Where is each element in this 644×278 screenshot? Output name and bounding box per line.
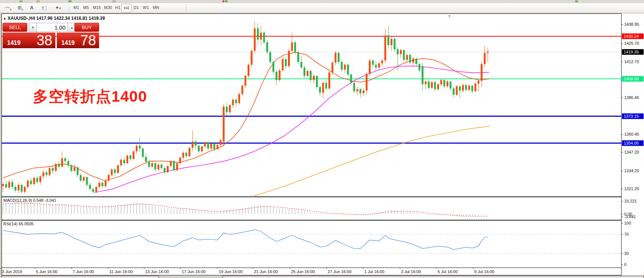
macd-chart[interactable] — [2, 197, 621, 219]
macd-histogram-bar — [177, 208, 178, 214]
rsi-chart[interactable] — [2, 221, 621, 267]
time-tick — [108, 268, 108, 269]
price-badge: 1354.00 — [622, 140, 644, 146]
text-box-icon[interactable]: ⬚T — [39, 4, 47, 12]
macd-histogram-bar — [142, 203, 143, 214]
candle-body — [167, 166, 169, 172]
macd-histogram-bar — [282, 209, 283, 214]
volume-decrease-button[interactable]: ▼ — [29, 23, 37, 32]
macd-histogram-bar — [285, 209, 286, 214]
macd-histogram-bar — [323, 214, 323, 214]
buy-price-big: 78 — [80, 33, 96, 48]
timeframe-W1[interactable]: W1 — [141, 4, 150, 12]
candle-body — [285, 59, 287, 66]
sell-quote-box[interactable]: 1419 38 — [3, 33, 55, 48]
macd-histogram-bar — [307, 211, 308, 214]
chart-annotation-text: 多空转折点1400 — [33, 86, 147, 107]
mid-ma-line — [95, 66, 489, 192]
macd-histogram-bar — [114, 206, 115, 214]
candle-body — [108, 175, 110, 180]
macd-histogram-bar — [254, 205, 255, 214]
toolbar-fragment-icon — [112, 0, 116, 2]
candle-body — [195, 142, 197, 146]
macd-histogram-bar — [34, 203, 34, 214]
fibonacci-grid-icon[interactable]: ⊞F — [16, 4, 25, 12]
macd-histogram-bar — [149, 205, 150, 214]
candle-body — [481, 64, 482, 81]
candle-body — [142, 148, 144, 157]
time-tick — [326, 268, 327, 269]
candle-body — [437, 84, 439, 89]
timeframe-M15[interactable]: M15 — [91, 4, 102, 12]
macd-histogram-bar — [267, 206, 268, 214]
time-label: 25 Jun 16:00 — [291, 269, 315, 274]
candle-body — [297, 52, 299, 62]
candle-body — [2, 184, 4, 186]
price-axis[interactable]: 1438.951430.241425.701419.391412.701400.… — [622, 13, 644, 275]
macd-label: MACD(12,26,9) 0.548 -3.041 — [3, 198, 56, 203]
timeframe-M1[interactable]: M1 — [72, 4, 81, 12]
toolbar-separator — [186, 4, 187, 12]
buy-button[interactable]: BUY — [74, 23, 99, 32]
candle-body — [484, 53, 486, 64]
macd-histogram-bar — [484, 214, 485, 214]
candle-body — [74, 167, 76, 171]
candle-body — [173, 161, 175, 170]
candle-body — [133, 151, 135, 159]
candle-body — [418, 64, 420, 70]
time-axis[interactable]: 3 Jun 20195 Jun 16:007 Jun 16:0011 Jun 1… — [2, 268, 621, 275]
candle-body — [98, 183, 100, 187]
macd-histogram-bar — [295, 209, 295, 214]
candle-body — [18, 185, 19, 191]
timeframe-M30[interactable]: M30 — [102, 4, 114, 12]
time-tick — [1, 268, 1, 269]
collapse-panel-icon[interactable]: ▲ — [3, 16, 6, 20]
candle-body — [126, 155, 128, 163]
sell-button[interactable]: SELL — [3, 23, 27, 32]
panel-divider[interactable] — [1, 196, 622, 197]
candle-body — [409, 55, 411, 63]
axis-tick — [622, 214, 623, 214]
one-click-trade-panel: SELL ▼ ▲ BUY 1419 38 1419 78 — [2, 22, 99, 48]
macd-histogram-bar — [289, 209, 289, 214]
trading-terminal: 〰E ⊞F A ⬚T ✦▾ M1M5M15M30H1H4D1W1MN 1438.… — [0, 0, 644, 278]
candle-body — [157, 164, 159, 169]
candle-body — [123, 160, 125, 163]
macd-histogram-bar — [211, 211, 212, 214]
chart-shift-icon[interactable]: ▾ — [448, 14, 450, 18]
text-label-icon[interactable]: A — [28, 4, 36, 12]
candle-body — [335, 53, 337, 62]
panel-divider[interactable] — [1, 220, 622, 220]
time-tick — [363, 268, 364, 269]
arrows-tool-icon[interactable]: ✦▾ — [52, 4, 64, 12]
candle-body — [15, 187, 16, 190]
minimized-window[interactable] — [1, 276, 159, 278]
candle-body — [8, 182, 10, 188]
timeframe-D1[interactable]: D1 — [132, 4, 141, 12]
volume-input[interactable] — [37, 23, 68, 32]
candle-body — [257, 28, 259, 40]
candle-body — [117, 165, 119, 173]
price-badge: 1373.15 — [622, 114, 644, 119]
elliott-wave-icon[interactable]: 〰E — [3, 4, 14, 12]
macd-histogram-bar — [202, 210, 202, 214]
macd-histogram-bar — [12, 203, 13, 214]
minimized-window[interactable] — [223, 276, 644, 278]
macd-histogram-bar — [223, 211, 224, 214]
candle-body — [188, 148, 190, 156]
candle-body — [67, 161, 69, 165]
candle-body — [164, 168, 166, 172]
buy-quote-box[interactable]: 1419 78 — [57, 33, 99, 48]
axis-tick-label: 100 — [624, 221, 631, 225]
macd-histogram-bar — [419, 213, 420, 214]
timeframe-M5[interactable]: M5 — [82, 4, 91, 12]
axis-tick-label: 19.221 — [624, 199, 637, 203]
timeframe-H1[interactable]: H1 — [114, 4, 122, 12]
timeframe-H4[interactable]: H4 — [121, 4, 132, 12]
macd-histogram-bar — [466, 214, 466, 216]
axis-tick — [622, 217, 623, 217]
timeframe-MN[interactable]: MN — [151, 4, 161, 12]
macd-histogram-bar — [382, 211, 383, 214]
candle-body — [254, 28, 256, 51]
macd-histogram-bar — [227, 210, 227, 214]
